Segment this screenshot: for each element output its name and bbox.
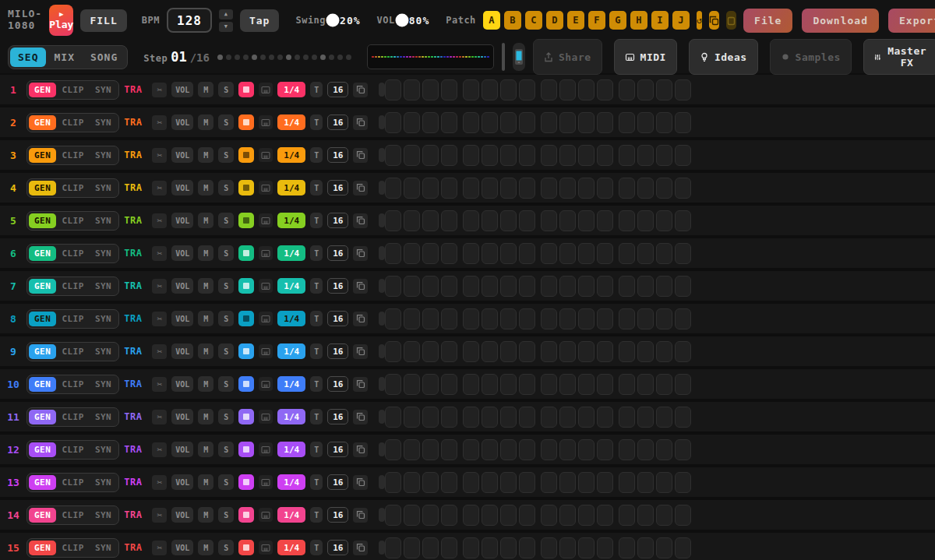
track-copy-button[interactable] <box>353 410 368 424</box>
step-cell[interactable] <box>637 341 654 362</box>
track-rate-button[interactable]: 1/4 <box>277 442 305 457</box>
bpm-input[interactable] <box>167 8 212 33</box>
track-volume-button[interactable]: VOL <box>171 376 193 392</box>
track-cut-button[interactable]: ✂ <box>152 410 167 424</box>
step-cell[interactable] <box>385 407 401 428</box>
track-cut-button[interactable]: ✂ <box>152 213 167 228</box>
track-triplet-button[interactable]: T <box>310 114 323 130</box>
track-mode-gen[interactable]: GEN <box>29 279 56 294</box>
track-solo-button[interactable]: S <box>218 213 234 228</box>
patch-b-button[interactable]: B <box>504 11 521 30</box>
step-cell[interactable] <box>422 145 439 166</box>
track-cut-button[interactable]: ✂ <box>152 246 167 261</box>
track-cut-button[interactable]: ✂ <box>152 442 167 457</box>
ideas-button[interactable]: Ideas <box>689 39 758 75</box>
track-mute-button[interactable]: M <box>198 343 213 359</box>
track-mute-button[interactable]: M <box>198 82 213 97</box>
track-volume-button[interactable]: VOL <box>171 343 193 359</box>
step-cell[interactable] <box>656 79 672 100</box>
step-cell[interactable] <box>675 79 691 100</box>
step-cell[interactable] <box>441 112 457 133</box>
step-cell[interactable] <box>619 178 635 199</box>
track-cut-button[interactable]: ✂ <box>152 279 167 294</box>
step-cell[interactable] <box>559 308 576 329</box>
track-length-button[interactable]: 16 <box>327 409 348 424</box>
avatar[interactable] <box>502 43 505 71</box>
tab-song[interactable]: SONG <box>83 48 125 67</box>
step-cell[interactable] <box>404 112 420 133</box>
track-length-button[interactable]: 16 <box>327 147 348 163</box>
step-cell[interactable] <box>559 210 576 231</box>
step-cell[interactable] <box>500 374 517 395</box>
step-cell[interactable] <box>597 407 613 428</box>
patch-g-button[interactable]: G <box>609 11 626 30</box>
step-cell[interactable] <box>541 308 557 329</box>
step-cell[interactable] <box>385 210 401 231</box>
step-cell[interactable] <box>541 145 557 166</box>
track-solo-button[interactable]: S <box>218 114 234 130</box>
track-solo-button[interactable]: S <box>218 180 234 195</box>
step-cell[interactable] <box>559 537 576 558</box>
step-cell[interactable] <box>541 407 557 428</box>
track-triplet-button[interactable]: T <box>310 82 323 97</box>
track-color-chip[interactable] <box>238 540 254 555</box>
step-cell[interactable] <box>578 79 595 100</box>
step-cell[interactable] <box>559 472 576 493</box>
step-cell[interactable] <box>656 537 672 558</box>
step-cell[interactable] <box>597 537 613 558</box>
step-cell[interactable] <box>482 79 498 100</box>
tab-mix[interactable]: MIX <box>46 48 82 67</box>
patch-a-button[interactable]: A <box>483 11 500 30</box>
track-triplet-button[interactable]: T <box>310 147 323 163</box>
step-shift-handle[interactable] <box>379 312 385 326</box>
step-cell[interactable] <box>637 112 654 133</box>
track-color-chip[interactable] <box>238 507 254 523</box>
step-cell[interactable] <box>541 374 557 395</box>
step-cell[interactable] <box>500 276 517 297</box>
step-cell[interactable] <box>385 537 401 558</box>
track-volume-button[interactable]: VOL <box>171 245 193 261</box>
track-mode-gen[interactable]: GEN <box>29 541 56 555</box>
step-cell[interactable] <box>385 505 401 526</box>
step-cell[interactable] <box>500 407 517 428</box>
step-cell[interactable] <box>559 276 576 297</box>
patch-d-button[interactable]: D <box>546 11 563 30</box>
step-cell[interactable] <box>441 178 457 199</box>
step-cell[interactable] <box>541 178 557 199</box>
track-mode-syn[interactable]: SYN <box>90 475 117 490</box>
step-cell[interactable] <box>441 210 457 231</box>
track-copy-button[interactable] <box>353 475 368 490</box>
track-rate-button[interactable]: 1/4 <box>277 376 305 392</box>
track-volume-button[interactable]: VOL <box>171 82 193 97</box>
step-cell[interactable] <box>422 341 439 362</box>
track-mode-syn[interactable]: SYN <box>90 410 117 424</box>
step-cell[interactable] <box>578 243 595 264</box>
track-solo-button[interactable]: S <box>218 442 234 457</box>
step-cell[interactable] <box>656 178 672 199</box>
track-copy-button[interactable] <box>353 246 368 261</box>
step-cell[interactable] <box>463 276 479 297</box>
step-cell[interactable] <box>597 243 613 264</box>
step-cell[interactable] <box>637 472 654 493</box>
step-cell[interactable] <box>541 439 557 460</box>
step-cell[interactable] <box>385 341 401 362</box>
track-cut-button[interactable]: ✂ <box>152 541 167 555</box>
step-cell[interactable] <box>463 145 479 166</box>
step-cell[interactable] <box>385 439 401 460</box>
step-cell[interactable] <box>463 341 479 362</box>
track-mode-gen[interactable]: GEN <box>29 246 56 261</box>
track-cut-button[interactable]: ✂ <box>152 148 167 163</box>
step-cell[interactable] <box>578 505 595 526</box>
step-cell[interactable] <box>422 112 439 133</box>
tab-seq[interactable]: SEQ <box>10 48 46 67</box>
step-cell[interactable] <box>404 537 420 558</box>
step-cell[interactable] <box>422 374 439 395</box>
track-mode-gen[interactable]: GEN <box>29 410 56 424</box>
step-cell[interactable] <box>559 243 576 264</box>
step-cell[interactable] <box>656 472 672 493</box>
track-name[interactable]: TRA <box>124 248 147 259</box>
step-cell[interactable] <box>404 178 420 199</box>
step-cell[interactable] <box>385 374 401 395</box>
step-cell[interactable] <box>675 374 691 395</box>
track-solo-button[interactable]: S <box>218 474 234 490</box>
